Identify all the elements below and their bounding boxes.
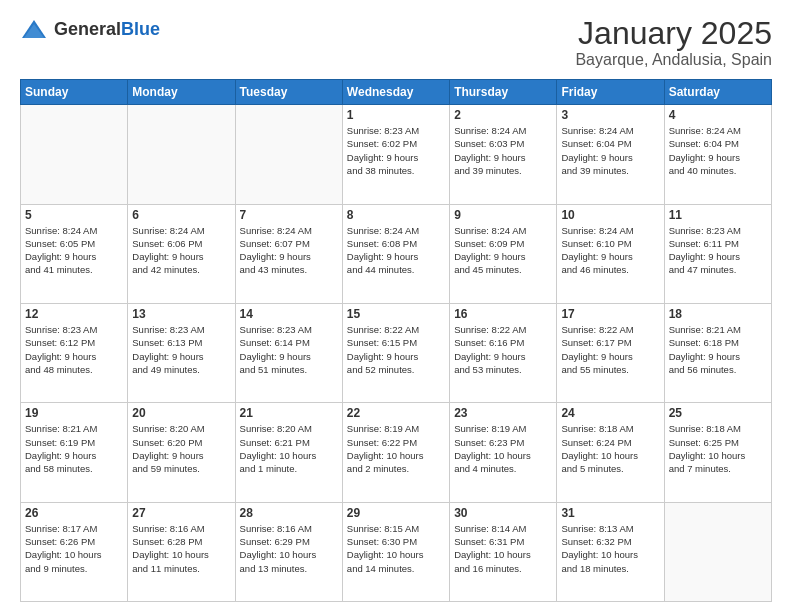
calendar-cell: 23Sunrise: 8:19 AM Sunset: 6:23 PM Dayli… bbox=[450, 403, 557, 502]
day-info: Sunrise: 8:23 AM Sunset: 6:12 PM Dayligh… bbox=[25, 323, 123, 376]
day-info: Sunrise: 8:22 AM Sunset: 6:15 PM Dayligh… bbox=[347, 323, 445, 376]
weekday-header: Monday bbox=[128, 80, 235, 105]
calendar-cell: 20Sunrise: 8:20 AM Sunset: 6:20 PM Dayli… bbox=[128, 403, 235, 502]
day-info: Sunrise: 8:20 AM Sunset: 6:21 PM Dayligh… bbox=[240, 422, 338, 475]
day-info: Sunrise: 8:18 AM Sunset: 6:25 PM Dayligh… bbox=[669, 422, 767, 475]
day-info: Sunrise: 8:22 AM Sunset: 6:17 PM Dayligh… bbox=[561, 323, 659, 376]
day-number: 22 bbox=[347, 406, 445, 420]
calendar-cell: 12Sunrise: 8:23 AM Sunset: 6:12 PM Dayli… bbox=[21, 303, 128, 402]
page: GeneralBlue January 2025 Bayarque, Andal… bbox=[0, 0, 792, 612]
day-info: Sunrise: 8:19 AM Sunset: 6:23 PM Dayligh… bbox=[454, 422, 552, 475]
day-info: Sunrise: 8:24 AM Sunset: 6:04 PM Dayligh… bbox=[561, 124, 659, 177]
day-number: 30 bbox=[454, 506, 552, 520]
weekday-header: Sunday bbox=[21, 80, 128, 105]
weekday-header: Thursday bbox=[450, 80, 557, 105]
calendar-cell: 24Sunrise: 8:18 AM Sunset: 6:24 PM Dayli… bbox=[557, 403, 664, 502]
calendar-cell: 8Sunrise: 8:24 AM Sunset: 6:08 PM Daylig… bbox=[342, 204, 449, 303]
weekday-header: Saturday bbox=[664, 80, 771, 105]
day-info: Sunrise: 8:16 AM Sunset: 6:28 PM Dayligh… bbox=[132, 522, 230, 575]
calendar-header: SundayMondayTuesdayWednesdayThursdayFrid… bbox=[21, 80, 772, 105]
weekday-header: Friday bbox=[557, 80, 664, 105]
day-info: Sunrise: 8:24 AM Sunset: 6:07 PM Dayligh… bbox=[240, 224, 338, 277]
calendar-title: January 2025 bbox=[575, 16, 772, 51]
calendar-cell bbox=[664, 502, 771, 601]
calendar-cell: 19Sunrise: 8:21 AM Sunset: 6:19 PM Dayli… bbox=[21, 403, 128, 502]
day-info: Sunrise: 8:21 AM Sunset: 6:18 PM Dayligh… bbox=[669, 323, 767, 376]
day-number: 6 bbox=[132, 208, 230, 222]
day-info: Sunrise: 8:24 AM Sunset: 6:04 PM Dayligh… bbox=[669, 124, 767, 177]
day-info: Sunrise: 8:23 AM Sunset: 6:14 PM Dayligh… bbox=[240, 323, 338, 376]
day-number: 5 bbox=[25, 208, 123, 222]
day-number: 11 bbox=[669, 208, 767, 222]
day-info: Sunrise: 8:13 AM Sunset: 6:32 PM Dayligh… bbox=[561, 522, 659, 575]
calendar-cell: 6Sunrise: 8:24 AM Sunset: 6:06 PM Daylig… bbox=[128, 204, 235, 303]
day-number: 16 bbox=[454, 307, 552, 321]
calendar-cell: 16Sunrise: 8:22 AM Sunset: 6:16 PM Dayli… bbox=[450, 303, 557, 402]
calendar-cell: 22Sunrise: 8:19 AM Sunset: 6:22 PM Dayli… bbox=[342, 403, 449, 502]
calendar-cell: 3Sunrise: 8:24 AM Sunset: 6:04 PM Daylig… bbox=[557, 105, 664, 204]
calendar-cell: 4Sunrise: 8:24 AM Sunset: 6:04 PM Daylig… bbox=[664, 105, 771, 204]
calendar-cell: 14Sunrise: 8:23 AM Sunset: 6:14 PM Dayli… bbox=[235, 303, 342, 402]
day-number: 2 bbox=[454, 108, 552, 122]
weekday-row: SundayMondayTuesdayWednesdayThursdayFrid… bbox=[21, 80, 772, 105]
day-number: 15 bbox=[347, 307, 445, 321]
calendar-week-row: 12Sunrise: 8:23 AM Sunset: 6:12 PM Dayli… bbox=[21, 303, 772, 402]
day-number: 25 bbox=[669, 406, 767, 420]
day-number: 23 bbox=[454, 406, 552, 420]
logo-general: General bbox=[54, 19, 121, 39]
calendar-cell: 17Sunrise: 8:22 AM Sunset: 6:17 PM Dayli… bbox=[557, 303, 664, 402]
day-number: 29 bbox=[347, 506, 445, 520]
day-info: Sunrise: 8:23 AM Sunset: 6:13 PM Dayligh… bbox=[132, 323, 230, 376]
calendar-cell bbox=[21, 105, 128, 204]
day-number: 20 bbox=[132, 406, 230, 420]
calendar-week-row: 5Sunrise: 8:24 AM Sunset: 6:05 PM Daylig… bbox=[21, 204, 772, 303]
day-info: Sunrise: 8:21 AM Sunset: 6:19 PM Dayligh… bbox=[25, 422, 123, 475]
day-number: 1 bbox=[347, 108, 445, 122]
day-info: Sunrise: 8:24 AM Sunset: 6:03 PM Dayligh… bbox=[454, 124, 552, 177]
weekday-header: Tuesday bbox=[235, 80, 342, 105]
calendar-cell: 5Sunrise: 8:24 AM Sunset: 6:05 PM Daylig… bbox=[21, 204, 128, 303]
day-number: 24 bbox=[561, 406, 659, 420]
calendar-cell: 13Sunrise: 8:23 AM Sunset: 6:13 PM Dayli… bbox=[128, 303, 235, 402]
day-number: 13 bbox=[132, 307, 230, 321]
calendar-cell: 1Sunrise: 8:23 AM Sunset: 6:02 PM Daylig… bbox=[342, 105, 449, 204]
calendar-cell: 21Sunrise: 8:20 AM Sunset: 6:21 PM Dayli… bbox=[235, 403, 342, 502]
calendar-week-row: 19Sunrise: 8:21 AM Sunset: 6:19 PM Dayli… bbox=[21, 403, 772, 502]
calendar-cell: 31Sunrise: 8:13 AM Sunset: 6:32 PM Dayli… bbox=[557, 502, 664, 601]
calendar-cell: 2Sunrise: 8:24 AM Sunset: 6:03 PM Daylig… bbox=[450, 105, 557, 204]
calendar-cell: 30Sunrise: 8:14 AM Sunset: 6:31 PM Dayli… bbox=[450, 502, 557, 601]
day-number: 10 bbox=[561, 208, 659, 222]
calendar-cell: 11Sunrise: 8:23 AM Sunset: 6:11 PM Dayli… bbox=[664, 204, 771, 303]
calendar-week-row: 1Sunrise: 8:23 AM Sunset: 6:02 PM Daylig… bbox=[21, 105, 772, 204]
day-number: 12 bbox=[25, 307, 123, 321]
day-number: 18 bbox=[669, 307, 767, 321]
logo-blue: Blue bbox=[121, 19, 160, 39]
day-number: 9 bbox=[454, 208, 552, 222]
title-block: January 2025 Bayarque, Andalusia, Spain bbox=[575, 16, 772, 69]
day-number: 26 bbox=[25, 506, 123, 520]
calendar-table: SundayMondayTuesdayWednesdayThursdayFrid… bbox=[20, 79, 772, 602]
calendar-cell: 18Sunrise: 8:21 AM Sunset: 6:18 PM Dayli… bbox=[664, 303, 771, 402]
day-info: Sunrise: 8:24 AM Sunset: 6:05 PM Dayligh… bbox=[25, 224, 123, 277]
day-info: Sunrise: 8:22 AM Sunset: 6:16 PM Dayligh… bbox=[454, 323, 552, 376]
calendar-cell: 7Sunrise: 8:24 AM Sunset: 6:07 PM Daylig… bbox=[235, 204, 342, 303]
day-info: Sunrise: 8:24 AM Sunset: 6:09 PM Dayligh… bbox=[454, 224, 552, 277]
day-info: Sunrise: 8:15 AM Sunset: 6:30 PM Dayligh… bbox=[347, 522, 445, 575]
calendar-cell: 28Sunrise: 8:16 AM Sunset: 6:29 PM Dayli… bbox=[235, 502, 342, 601]
calendar-cell: 10Sunrise: 8:24 AM Sunset: 6:10 PM Dayli… bbox=[557, 204, 664, 303]
day-number: 28 bbox=[240, 506, 338, 520]
day-info: Sunrise: 8:17 AM Sunset: 6:26 PM Dayligh… bbox=[25, 522, 123, 575]
calendar-cell bbox=[235, 105, 342, 204]
calendar-cell: 29Sunrise: 8:15 AM Sunset: 6:30 PM Dayli… bbox=[342, 502, 449, 601]
day-info: Sunrise: 8:14 AM Sunset: 6:31 PM Dayligh… bbox=[454, 522, 552, 575]
day-number: 21 bbox=[240, 406, 338, 420]
day-info: Sunrise: 8:24 AM Sunset: 6:08 PM Dayligh… bbox=[347, 224, 445, 277]
calendar-cell bbox=[128, 105, 235, 204]
day-info: Sunrise: 8:23 AM Sunset: 6:11 PM Dayligh… bbox=[669, 224, 767, 277]
weekday-header: Wednesday bbox=[342, 80, 449, 105]
day-info: Sunrise: 8:20 AM Sunset: 6:20 PM Dayligh… bbox=[132, 422, 230, 475]
day-number: 19 bbox=[25, 406, 123, 420]
day-number: 27 bbox=[132, 506, 230, 520]
logo: GeneralBlue bbox=[20, 16, 160, 44]
day-number: 31 bbox=[561, 506, 659, 520]
